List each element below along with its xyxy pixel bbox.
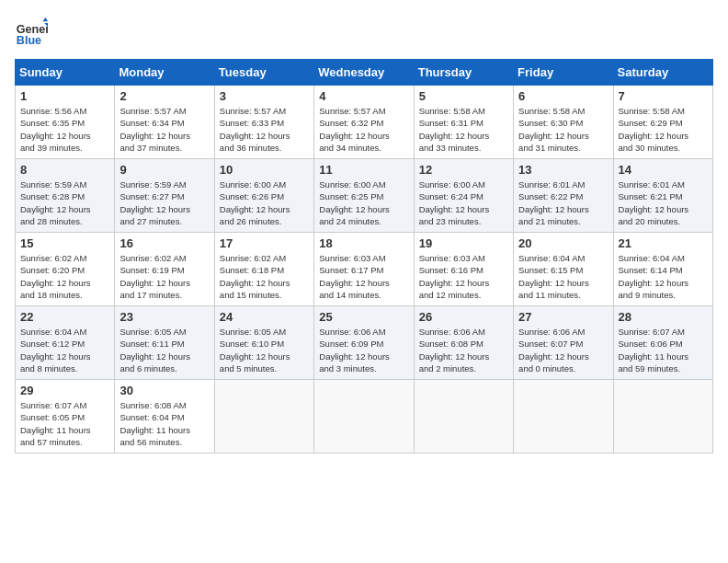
day-info: Sunrise: 6:01 AMSunset: 6:21 PMDaylight:…	[619, 178, 708, 227]
day-info: Sunrise: 6:04 AMSunset: 6:14 PMDaylight:…	[619, 252, 708, 301]
calendar-day-7: 7Sunrise: 5:58 AMSunset: 6:29 PMDaylight…	[613, 86, 712, 159]
day-info: Sunrise: 6:04 AMSunset: 6:12 PMDaylight:…	[20, 326, 109, 374]
logo-icon: General Blue	[15, 15, 48, 48]
day-number: 19	[419, 236, 508, 250]
calendar-day-27: 27Sunrise: 6:06 AMSunset: 6:07 PMDayligh…	[514, 306, 613, 380]
calendar-day-21: 21Sunrise: 6:04 AMSunset: 6:14 PMDayligh…	[613, 233, 712, 306]
day-info: Sunrise: 5:58 AMSunset: 6:29 PMDaylight:…	[619, 105, 708, 154]
day-info: Sunrise: 6:05 AMSunset: 6:10 PMDaylight:…	[220, 326, 309, 374]
day-info: Sunrise: 6:04 AMSunset: 6:15 PMDaylight:…	[518, 252, 608, 301]
calendar-day-3: 3Sunrise: 5:57 AMSunset: 6:33 PMDaylight…	[214, 86, 313, 159]
day-info: Sunrise: 5:59 AMSunset: 6:27 PMDaylight:…	[119, 178, 209, 227]
day-info: Sunrise: 6:02 AMSunset: 6:20 PMDaylight:…	[20, 252, 109, 301]
day-info: Sunrise: 5:58 AMSunset: 6:30 PMDaylight:…	[518, 105, 608, 154]
day-info: Sunrise: 5:57 AMSunset: 6:32 PMDaylight:…	[319, 105, 408, 154]
day-info: Sunrise: 5:58 AMSunset: 6:31 PMDaylight:…	[419, 105, 508, 154]
calendar-day-24: 24Sunrise: 6:05 AMSunset: 6:10 PMDayligh…	[214, 306, 313, 380]
day-header-tuesday: Tuesday	[214, 60, 313, 86]
empty-cell	[314, 380, 414, 454]
calendar-day-26: 26Sunrise: 6:06 AMSunset: 6:08 PMDayligh…	[414, 306, 513, 380]
day-info: Sunrise: 5:56 AMSunset: 6:35 PMDaylight:…	[20, 105, 109, 154]
day-number: 18	[319, 236, 408, 250]
calendar-day-19: 19Sunrise: 6:03 AMSunset: 6:16 PMDayligh…	[414, 233, 513, 306]
calendar-day-15: 15Sunrise: 6:02 AMSunset: 6:20 PMDayligh…	[16, 233, 115, 306]
empty-cell	[414, 380, 513, 454]
day-info: Sunrise: 6:00 AMSunset: 6:26 PMDaylight:…	[220, 178, 309, 227]
svg-marker-2	[43, 17, 48, 22]
day-number: 23	[119, 310, 209, 324]
calendar-day-30: 30Sunrise: 6:08 AMSunset: 6:04 PMDayligh…	[115, 380, 214, 454]
calendar-day-29: 29Sunrise: 6:07 AMSunset: 6:05 PMDayligh…	[16, 380, 115, 454]
day-info: Sunrise: 5:59 AMSunset: 6:28 PMDaylight:…	[20, 178, 109, 227]
calendar-day-23: 23Sunrise: 6:05 AMSunset: 6:11 PMDayligh…	[115, 306, 214, 380]
calendar-day-25: 25Sunrise: 6:06 AMSunset: 6:09 PMDayligh…	[314, 306, 414, 380]
day-info: Sunrise: 6:02 AMSunset: 6:18 PMDaylight:…	[220, 252, 309, 301]
day-number: 17	[220, 236, 309, 250]
day-info: Sunrise: 6:08 AMSunset: 6:04 PMDaylight:…	[119, 399, 209, 448]
day-number: 30	[119, 384, 209, 397]
day-info: Sunrise: 6:02 AMSunset: 6:19 PMDaylight:…	[119, 252, 209, 301]
calendar-table: SundayMondayTuesdayWednesdayThursdayFrid…	[15, 59, 713, 454]
day-number: 2	[119, 89, 209, 103]
day-info: Sunrise: 6:00 AMSunset: 6:24 PMDaylight:…	[419, 178, 508, 227]
day-header-friday: Friday	[514, 60, 613, 86]
day-number: 1	[20, 89, 109, 103]
day-info: Sunrise: 6:06 AMSunset: 6:09 PMDaylight:…	[319, 326, 408, 374]
calendar-day-14: 14Sunrise: 6:01 AMSunset: 6:21 PMDayligh…	[613, 159, 712, 233]
svg-text:Blue: Blue	[17, 34, 41, 47]
day-header-wednesday: Wednesday	[314, 60, 414, 86]
day-number: 26	[419, 310, 508, 324]
day-number: 16	[119, 236, 209, 250]
day-number: 22	[20, 310, 109, 324]
day-number: 25	[319, 310, 408, 324]
day-number: 14	[619, 163, 708, 177]
day-number: 9	[119, 163, 209, 177]
day-header-sunday: Sunday	[16, 60, 115, 86]
day-info: Sunrise: 6:06 AMSunset: 6:08 PMDaylight:…	[419, 326, 508, 374]
day-info: Sunrise: 6:03 AMSunset: 6:16 PMDaylight:…	[419, 252, 508, 301]
day-header-thursday: Thursday	[414, 60, 513, 86]
day-info: Sunrise: 5:57 AMSunset: 6:33 PMDaylight:…	[220, 105, 309, 154]
calendar-day-2: 2Sunrise: 5:57 AMSunset: 6:34 PMDaylight…	[115, 86, 214, 159]
day-number: 21	[619, 236, 708, 250]
calendar-day-11: 11Sunrise: 6:00 AMSunset: 6:25 PMDayligh…	[314, 159, 414, 233]
day-number: 3	[220, 89, 309, 103]
calendar-day-5: 5Sunrise: 5:58 AMSunset: 6:31 PMDaylight…	[414, 86, 513, 159]
day-number: 11	[319, 163, 408, 177]
calendar-day-17: 17Sunrise: 6:02 AMSunset: 6:18 PMDayligh…	[214, 233, 313, 306]
calendar-day-13: 13Sunrise: 6:01 AMSunset: 6:22 PMDayligh…	[514, 159, 613, 233]
day-info: Sunrise: 6:07 AMSunset: 6:06 PMDaylight:…	[619, 326, 708, 374]
day-info: Sunrise: 6:07 AMSunset: 6:05 PMDaylight:…	[20, 399, 109, 448]
day-info: Sunrise: 6:00 AMSunset: 6:25 PMDaylight:…	[319, 178, 408, 227]
calendar-day-6: 6Sunrise: 5:58 AMSunset: 6:30 PMDaylight…	[514, 86, 613, 159]
logo: General Blue	[15, 15, 48, 48]
day-number: 24	[220, 310, 309, 324]
day-number: 7	[619, 89, 708, 103]
calendar-day-4: 4Sunrise: 5:57 AMSunset: 6:32 PMDaylight…	[314, 86, 414, 159]
day-info: Sunrise: 6:05 AMSunset: 6:11 PMDaylight:…	[119, 326, 209, 374]
calendar-day-22: 22Sunrise: 6:04 AMSunset: 6:12 PMDayligh…	[16, 306, 115, 380]
empty-cell	[214, 380, 313, 454]
day-number: 29	[20, 384, 109, 397]
day-number: 27	[518, 310, 608, 324]
day-number: 15	[20, 236, 109, 250]
day-info: Sunrise: 6:03 AMSunset: 6:17 PMDaylight:…	[319, 252, 408, 301]
day-number: 5	[419, 89, 508, 103]
day-header-monday: Monday	[115, 60, 214, 86]
page-header: General Blue	[15, 15, 713, 48]
calendar-day-12: 12Sunrise: 6:00 AMSunset: 6:24 PMDayligh…	[414, 159, 513, 233]
calendar-day-28: 28Sunrise: 6:07 AMSunset: 6:06 PMDayligh…	[613, 306, 712, 380]
day-number: 6	[518, 89, 608, 103]
day-info: Sunrise: 6:06 AMSunset: 6:07 PMDaylight:…	[518, 326, 608, 374]
day-number: 20	[518, 236, 608, 250]
day-info: Sunrise: 6:01 AMSunset: 6:22 PMDaylight:…	[518, 178, 608, 227]
day-number: 28	[619, 310, 708, 324]
calendar-day-9: 9Sunrise: 5:59 AMSunset: 6:27 PMDaylight…	[115, 159, 214, 233]
calendar-day-18: 18Sunrise: 6:03 AMSunset: 6:17 PMDayligh…	[314, 233, 414, 306]
empty-cell	[613, 380, 712, 454]
day-number: 12	[419, 163, 508, 177]
day-header-saturday: Saturday	[613, 60, 712, 86]
empty-cell	[514, 380, 613, 454]
calendar-day-8: 8Sunrise: 5:59 AMSunset: 6:28 PMDaylight…	[16, 159, 115, 233]
day-info: Sunrise: 5:57 AMSunset: 6:34 PMDaylight:…	[119, 105, 209, 154]
